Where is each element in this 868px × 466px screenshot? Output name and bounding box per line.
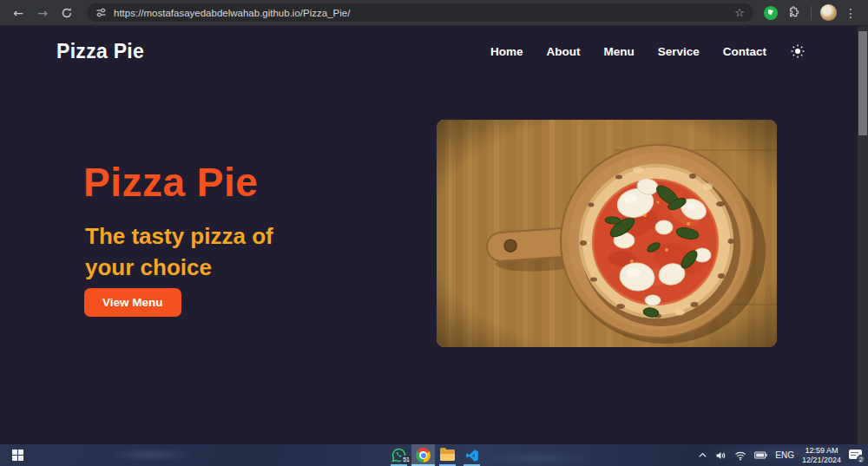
wifi-icon	[734, 450, 746, 461]
tray-expand-button[interactable]	[698, 450, 707, 460]
clock-time: 12:59 AM	[802, 446, 841, 456]
toolbar-divider	[811, 6, 812, 20]
language-indicator[interactable]: ENG	[775, 450, 794, 460]
browser-toolbar: ← → https://mostafasayedabdelwahab.githu…	[0, 0, 868, 26]
nav-item-service[interactable]: Service	[658, 45, 700, 58]
nav-item-home[interactable]: Home	[490, 45, 523, 58]
hero-title: Pizza Pie	[83, 159, 258, 206]
start-button[interactable]	[5, 444, 30, 466]
taskbar-file-explorer[interactable]	[436, 444, 459, 466]
chrome-icon	[416, 448, 431, 463]
action-center-button[interactable]: 2	[849, 450, 864, 462]
forward-icon: →	[37, 6, 48, 20]
url-bar[interactable]: https://mostafasayedabdelwahab.github.io…	[87, 3, 753, 22]
chevron-up-icon	[698, 450, 707, 460]
pizza-illustration	[437, 120, 777, 347]
taskbar-vscode[interactable]	[460, 444, 483, 466]
clock-date: 12/21/2024	[802, 456, 841, 465]
taskbar-clock[interactable]: 12:59 AM 12/21/2024	[802, 446, 841, 464]
extensions-puzzle-icon	[786, 6, 799, 19]
volume-icon	[715, 450, 727, 461]
profile-avatar[interactable]	[820, 4, 837, 21]
whatsapp-badge: 51	[401, 456, 411, 464]
vscode-icon	[465, 449, 479, 463]
extensions-puzzle-button[interactable]	[783, 3, 802, 23]
bookmark-star-icon[interactable]: ☆	[734, 6, 745, 19]
browser-menu-button[interactable]: ⋮	[842, 6, 859, 20]
reload-icon	[61, 7, 73, 19]
network-button[interactable]	[734, 450, 746, 461]
nav-item-contact[interactable]: Contact	[723, 45, 766, 58]
sun-icon	[791, 44, 805, 58]
back-icon: ←	[13, 6, 23, 20]
forward-button[interactable]: →	[33, 3, 52, 23]
volume-button[interactable]	[715, 450, 727, 461]
url-text[interactable]: https://mostafasayedabdelwahab.github.io…	[114, 8, 727, 18]
system-tray: ENG 12:59 AM 12/21/2024 2	[698, 444, 864, 466]
nav-item-about[interactable]: About	[546, 45, 580, 58]
page-scrollbar[interactable]	[858, 26, 868, 444]
taskbar-chrome[interactable]	[411, 444, 435, 466]
back-button[interactable]: ←	[9, 3, 28, 23]
scrollbar-thumb[interactable]	[858, 31, 867, 135]
hero-pizza-image	[437, 120, 777, 347]
site-logo[interactable]: Pizza Pie	[56, 40, 144, 63]
theme-toggle-button[interactable]	[790, 43, 806, 59]
battery-button[interactable]	[754, 450, 767, 460]
extension-icon[interactable]	[764, 6, 778, 20]
reload-button[interactable]	[57, 3, 76, 23]
screen: { "browser": { "url": "https://mostafasa…	[0, 0, 868, 466]
hero-subtitle: The tasty pizza of your choice	[85, 220, 306, 283]
windows-taskbar: 51	[0, 444, 868, 466]
main-nav: Home About Menu Service Contact	[490, 43, 806, 59]
view-menu-button[interactable]: View Menu	[84, 288, 181, 317]
battery-icon	[754, 450, 767, 460]
site-info-icon[interactable]	[95, 7, 107, 18]
file-explorer-icon	[440, 450, 455, 461]
site-header: Pizza Pie Home About Menu Service Contac…	[0, 26, 858, 76]
nav-item-menu[interactable]: Menu	[603, 45, 634, 58]
windows-logo-icon	[12, 450, 23, 461]
taskbar-whatsapp[interactable]: 51	[387, 444, 411, 466]
notification-badge: 2	[857, 455, 865, 463]
